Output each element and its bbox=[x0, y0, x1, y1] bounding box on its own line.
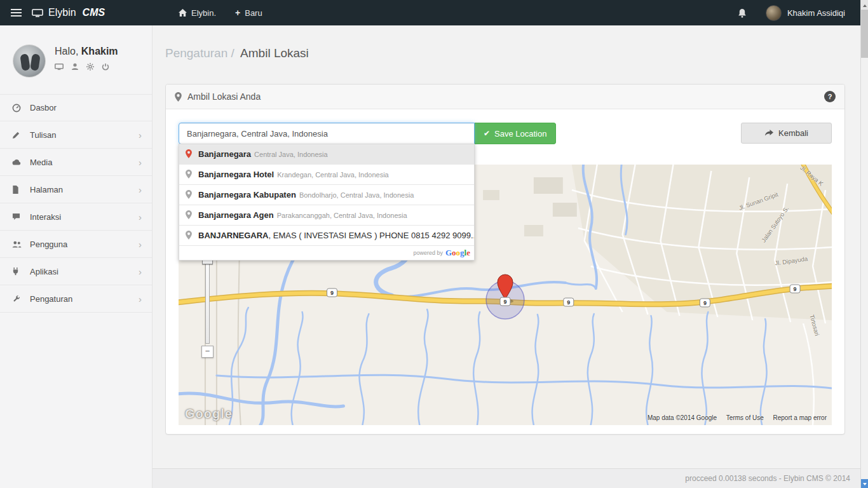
autocomplete-item[interactable]: BANJARNEGARA, EMAS ( INVESTASI EMAS ) PH… bbox=[179, 225, 474, 245]
profile-quick-actions bbox=[55, 63, 118, 71]
desktop-icon[interactable] bbox=[55, 63, 64, 71]
autocomplete-item[interactable]: Banjarnegara AgenParakancanggah, Central… bbox=[179, 205, 474, 225]
chevron-right-icon: › bbox=[139, 240, 142, 249]
map-marker-icon bbox=[175, 92, 182, 102]
main-content: Pengaturan / Ambil Lokasi Ambil Lokasi A… bbox=[153, 0, 868, 435]
chevron-right-icon: › bbox=[139, 212, 142, 222]
autocomplete-item[interactable]: Banjarnegara HotelKrandegan, Central Jav… bbox=[179, 164, 474, 184]
profile-avatar[interactable] bbox=[13, 44, 46, 78]
navbar-user-name: Khakim Assidiqi bbox=[787, 8, 845, 18]
panel-title: Ambil Lokasi Anda bbox=[187, 92, 261, 102]
wrench-icon bbox=[12, 295, 23, 303]
svg-text:9: 9 bbox=[703, 300, 707, 306]
report-map-error-link[interactable]: Report a map error bbox=[773, 414, 827, 421]
google-map-logo[interactable]: Google bbox=[185, 407, 233, 421]
sidebar: Halo, Khakim Dasbor bbox=[0, 25, 153, 488]
notifications-button[interactable] bbox=[738, 8, 747, 18]
panel-body: BanjarnegaraCentral Java, Indonesia Banj… bbox=[166, 109, 844, 434]
svg-text:9: 9 bbox=[504, 299, 507, 305]
comment-icon bbox=[12, 213, 23, 220]
navbar-user-avatar bbox=[766, 5, 782, 21]
menu-icon bbox=[11, 9, 22, 10]
map-pin-icon bbox=[186, 231, 192, 240]
users-icon bbox=[12, 241, 23, 248]
scroll-up-arrow[interactable] bbox=[861, 0, 868, 9]
zoom-out-button[interactable]: − bbox=[201, 346, 214, 358]
user-menu[interactable]: Khakim Assidiqi bbox=[766, 5, 845, 21]
svg-text:9: 9 bbox=[567, 299, 570, 306]
zoom-slider[interactable] bbox=[205, 254, 210, 344]
plug-icon bbox=[12, 268, 23, 276]
bell-icon bbox=[738, 8, 747, 18]
back-button[interactable]: Kembali bbox=[741, 123, 832, 144]
chevron-right-icon: › bbox=[139, 185, 142, 194]
brand-logo[interactable]: ElybinCMS bbox=[32, 7, 105, 18]
map-data-text: Map data ©2014 Google bbox=[648, 414, 717, 421]
save-location-button[interactable]: ✔ Save Location bbox=[475, 123, 556, 144]
nav-new-button[interactable]: + Baru bbox=[226, 0, 272, 25]
powered-by-google: powered by Google bbox=[179, 245, 474, 260]
autocomplete-item[interactable]: BanjarnegaraCentral Java, Indonesia bbox=[179, 144, 474, 164]
breadcrumb: Pengaturan / Ambil Lokasi bbox=[153, 25, 868, 84]
map-pin-icon bbox=[186, 210, 192, 219]
home-icon bbox=[179, 9, 187, 17]
svg-text:9: 9 bbox=[330, 290, 334, 296]
brand-name: Elybin bbox=[48, 7, 76, 18]
map-pin-icon bbox=[186, 190, 192, 199]
navbar-right: Khakim Assidiqi bbox=[738, 0, 868, 25]
monitor-icon bbox=[32, 9, 43, 17]
sidebar-item-interaksi[interactable]: Interaksi › bbox=[0, 203, 152, 231]
top-navbar: ElybinCMS Elybin. + Baru Khakim Assidiqi bbox=[0, 0, 868, 25]
check-icon: ✔ bbox=[484, 129, 490, 138]
map-attribution: Map data ©2014 Google Terms of Use Repor… bbox=[640, 414, 827, 421]
location-panel: Ambil Lokasi Anda ? BanjarnegaraCentral … bbox=[165, 84, 845, 435]
sidebar-toggle-button[interactable] bbox=[0, 0, 32, 25]
terms-of-use-link[interactable]: Terms of Use bbox=[726, 414, 764, 421]
breadcrumb-section[interactable]: Pengaturan / bbox=[165, 46, 234, 60]
map-pin-icon bbox=[186, 149, 192, 158]
brand-suffix: CMS bbox=[83, 7, 105, 18]
map-pin-icon bbox=[186, 170, 192, 179]
sidebar-item-tulisan[interactable]: Tulisan › bbox=[0, 121, 152, 149]
footer-text: procceed 0.00138 seconds - Elybin CMS © … bbox=[685, 474, 850, 483]
power-icon[interactable] bbox=[102, 63, 109, 71]
page-title: Ambil Lokasi bbox=[240, 46, 309, 60]
plus-icon: + bbox=[235, 8, 240, 18]
user-icon[interactable] bbox=[71, 63, 79, 71]
chevron-right-icon: › bbox=[139, 267, 142, 276]
sidebar-profile: Halo, Khakim bbox=[0, 25, 152, 88]
sidebar-item-aplikasi[interactable]: Aplikasi › bbox=[0, 258, 152, 285]
file-icon bbox=[12, 186, 23, 194]
profile-greeting: Halo, Khakim bbox=[55, 46, 118, 57]
gear-icon[interactable] bbox=[86, 63, 94, 71]
sidebar-item-pengaturan[interactable]: Pengaturan › bbox=[0, 285, 152, 313]
sidebar-item-dasbor[interactable]: Dasbor bbox=[0, 94, 152, 121]
sidebar-menu: Dasbor Tulisan › Media › Halaman › Inter… bbox=[0, 94, 152, 313]
location-form: BanjarnegaraCentral Java, Indonesia Banj… bbox=[179, 123, 832, 144]
google-logo-small: Google bbox=[445, 248, 470, 258]
sidebar-item-halaman[interactable]: Halaman › bbox=[0, 176, 152, 203]
vertical-scrollbar[interactable] bbox=[860, 0, 868, 488]
nav-site-link[interactable]: Elybin. bbox=[169, 0, 226, 25]
chevron-right-icon: › bbox=[139, 294, 142, 304]
help-button[interactable]: ? bbox=[824, 91, 836, 102]
panel-heading: Ambil Lokasi Anda ? bbox=[166, 85, 844, 109]
sidebar-item-media[interactable]: Media › bbox=[0, 149, 152, 176]
forward-arrow-icon bbox=[764, 130, 773, 137]
autocomplete-item[interactable]: Banjarnegara KabupatenBondolharjo, Centr… bbox=[179, 184, 474, 205]
chevron-right-icon: › bbox=[139, 130, 142, 140]
autocomplete-dropdown: BanjarnegaraCentral Java, Indonesia Banj… bbox=[179, 144, 475, 261]
dashboard-icon bbox=[12, 104, 23, 112]
location-input[interactable] bbox=[179, 123, 475, 144]
navbar-links: Elybin. + Baru bbox=[153, 0, 272, 25]
scrollbar-thumb[interactable] bbox=[861, 10, 868, 58]
sidebar-item-pengguna[interactable]: Pengguna › bbox=[0, 231, 152, 258]
svg-text:9: 9 bbox=[794, 286, 797, 292]
pencil-icon bbox=[12, 131, 23, 139]
scroll-down-arrow[interactable] bbox=[861, 479, 868, 488]
chevron-right-icon: › bbox=[139, 158, 142, 167]
page-footer: procceed 0.00138 seconds - Elybin CMS © … bbox=[153, 468, 868, 488]
cloud-icon bbox=[12, 159, 23, 165]
navbar-brand-area: ElybinCMS bbox=[0, 0, 153, 25]
